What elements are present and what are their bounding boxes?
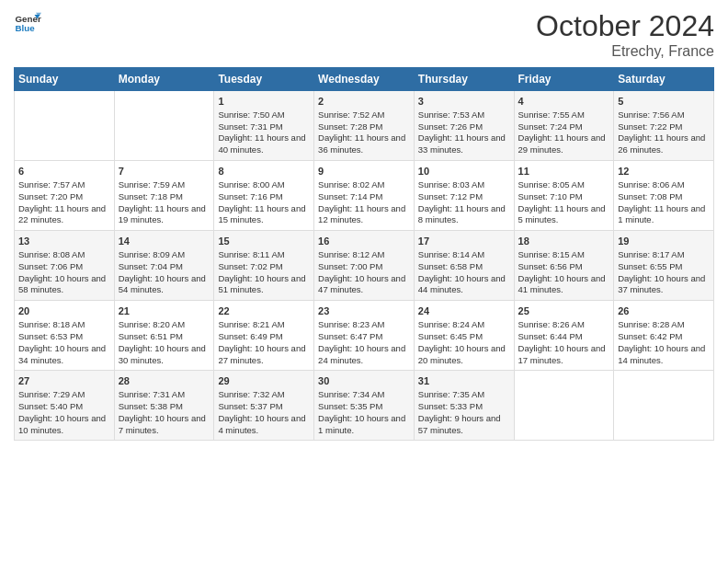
calendar-cell: 1Sunrise: 7:50 AMSunset: 7:31 PMDaylight…: [214, 91, 314, 161]
day-info: Daylight: 10 hours and 20 minutes.: [418, 343, 510, 367]
day-info: Sunrise: 8:03 AM: [418, 179, 510, 191]
day-number: 25: [518, 304, 610, 318]
day-number: 15: [218, 235, 310, 248]
day-info: Sunrise: 8:18 AM: [18, 319, 110, 331]
day-info: Sunset: 6:53 PM: [18, 331, 110, 343]
day-number: 1: [218, 95, 310, 109]
day-info: Daylight: 11 hours and 29 minutes.: [518, 132, 610, 156]
calendar-cell: 15Sunrise: 8:11 AMSunset: 7:02 PMDayligh…: [214, 231, 314, 301]
day-info: Sunrise: 8:05 AM: [518, 179, 610, 191]
day-info: Sunset: 5:40 PM: [18, 401, 110, 413]
calendar-cell: 12Sunrise: 8:06 AMSunset: 7:08 PMDayligh…: [614, 161, 714, 231]
day-info: Sunrise: 7:56 AM: [618, 109, 710, 121]
day-number: 20: [18, 304, 110, 318]
day-info: Sunrise: 7:50 AM: [218, 109, 310, 121]
day-info: Sunset: 6:49 PM: [218, 331, 310, 343]
day-info: Sunrise: 7:55 AM: [518, 109, 610, 121]
day-info: Sunset: 6:55 PM: [618, 261, 710, 273]
day-number: 17: [418, 235, 510, 248]
day-info: Daylight: 11 hours and 15 minutes.: [218, 203, 310, 227]
week-row-2: 6Sunrise: 7:57 AMSunset: 7:20 PMDaylight…: [15, 161, 714, 231]
day-info: Sunset: 6:58 PM: [418, 261, 510, 273]
day-number: 11: [518, 165, 610, 178]
calendar-cell: 16Sunrise: 8:12 AMSunset: 7:00 PMDayligh…: [314, 231, 415, 301]
day-info: Sunrise: 7:59 AM: [119, 179, 210, 191]
day-number: 4: [518, 95, 610, 109]
day-info: Daylight: 10 hours and 4 minutes.: [218, 413, 310, 437]
day-info: Sunset: 7:08 PM: [618, 191, 710, 203]
day-number: 30: [318, 374, 410, 388]
day-info: Sunrise: 8:11 AM: [218, 249, 310, 261]
day-number: 16: [318, 235, 410, 248]
day-info: Sunrise: 8:28 AM: [618, 319, 710, 331]
day-info: Sunrise: 8:24 AM: [418, 319, 510, 331]
day-info: Sunset: 7:00 PM: [318, 261, 410, 273]
calendar-cell: 25Sunrise: 8:26 AMSunset: 6:44 PMDayligh…: [514, 301, 614, 371]
day-info: Daylight: 10 hours and 41 minutes.: [518, 273, 610, 297]
day-info: Sunset: 6:47 PM: [318, 331, 410, 343]
day-info: Sunset: 7:28 PM: [318, 121, 410, 133]
day-number: 8: [218, 165, 310, 178]
calendar-cell: 22Sunrise: 8:21 AMSunset: 6:49 PMDayligh…: [214, 301, 314, 371]
calendar-cell: 17Sunrise: 8:14 AMSunset: 6:58 PMDayligh…: [414, 231, 514, 301]
day-info: Sunset: 7:06 PM: [18, 261, 110, 273]
day-info: Sunrise: 8:08 AM: [18, 249, 110, 261]
day-info: Daylight: 10 hours and 1 minute.: [318, 413, 410, 437]
day-info: Sunrise: 7:31 AM: [119, 389, 210, 401]
day-info: Sunset: 5:38 PM: [119, 401, 210, 413]
day-header-sunday: Sunday: [15, 68, 115, 91]
day-header-friday: Friday: [514, 68, 614, 91]
day-info: Daylight: 10 hours and 7 minutes.: [119, 413, 210, 437]
day-header-monday: Monday: [114, 68, 214, 91]
day-info: Sunset: 6:42 PM: [618, 331, 710, 343]
calendar-cell: 18Sunrise: 8:15 AMSunset: 6:56 PMDayligh…: [514, 231, 614, 301]
day-info: Sunset: 7:24 PM: [518, 121, 610, 133]
day-number: 3: [418, 95, 510, 109]
calendar-cell: 6Sunrise: 7:57 AMSunset: 7:20 PMDaylight…: [15, 161, 115, 231]
day-info: Sunset: 5:35 PM: [318, 401, 410, 413]
calendar-cell: 20Sunrise: 8:18 AMSunset: 6:53 PMDayligh…: [15, 301, 115, 371]
day-number: 7: [119, 165, 210, 178]
day-number: 14: [119, 235, 210, 248]
day-info: Sunset: 6:56 PM: [518, 261, 610, 273]
day-info: Daylight: 10 hours and 14 minutes.: [618, 343, 710, 367]
day-info: Daylight: 11 hours and 12 minutes.: [318, 203, 410, 227]
svg-text:Blue: Blue: [16, 23, 36, 33]
day-header-saturday: Saturday: [614, 68, 714, 91]
calendar-cell: 10Sunrise: 8:03 AMSunset: 7:12 PMDayligh…: [414, 161, 514, 231]
day-number: 22: [218, 304, 310, 318]
day-info: Sunrise: 8:06 AM: [618, 179, 710, 191]
day-info: Sunset: 7:16 PM: [218, 191, 310, 203]
calendar-cell: 13Sunrise: 8:08 AMSunset: 7:06 PMDayligh…: [15, 231, 115, 301]
calendar-cell: 8Sunrise: 8:00 AMSunset: 7:16 PMDaylight…: [214, 161, 314, 231]
day-number: 18: [518, 235, 610, 248]
day-info: Daylight: 10 hours and 17 minutes.: [518, 343, 610, 367]
day-info: Sunset: 7:22 PM: [618, 121, 710, 133]
day-info: Sunset: 5:37 PM: [218, 401, 310, 413]
day-number: 19: [618, 235, 710, 248]
day-info: Daylight: 11 hours and 36 minutes.: [318, 132, 410, 156]
calendar-cell: 11Sunrise: 8:05 AMSunset: 7:10 PMDayligh…: [514, 161, 614, 231]
day-info: Sunrise: 8:00 AM: [218, 179, 310, 191]
day-number: 2: [318, 95, 410, 109]
day-number: 12: [618, 165, 710, 178]
day-info: Sunrise: 7:29 AM: [18, 389, 110, 401]
day-info: Sunrise: 8:14 AM: [418, 249, 510, 261]
calendar-cell: 23Sunrise: 8:23 AMSunset: 6:47 PMDayligh…: [314, 301, 415, 371]
day-info: Daylight: 11 hours and 22 minutes.: [18, 203, 110, 227]
day-info: Sunrise: 8:02 AM: [318, 179, 410, 191]
day-number: 29: [218, 374, 310, 388]
week-row-4: 20Sunrise: 8:18 AMSunset: 6:53 PMDayligh…: [15, 301, 714, 371]
day-info: Daylight: 10 hours and 34 minutes.: [18, 343, 110, 367]
calendar-cell: 14Sunrise: 8:09 AMSunset: 7:04 PMDayligh…: [114, 231, 214, 301]
day-info: Sunrise: 7:35 AM: [418, 389, 510, 401]
day-info: Daylight: 11 hours and 26 minutes.: [618, 132, 710, 156]
day-info: Daylight: 10 hours and 58 minutes.: [18, 273, 110, 297]
day-info: Sunrise: 7:34 AM: [318, 389, 410, 401]
calendar-cell: 26Sunrise: 8:28 AMSunset: 6:42 PMDayligh…: [614, 301, 714, 371]
day-info: Sunrise: 7:57 AM: [18, 179, 110, 191]
day-number: 6: [18, 165, 110, 178]
day-info: Sunset: 7:10 PM: [518, 191, 610, 203]
calendar-cell: 2Sunrise: 7:52 AMSunset: 7:28 PMDaylight…: [314, 91, 415, 161]
day-info: Sunrise: 8:23 AM: [318, 319, 410, 331]
